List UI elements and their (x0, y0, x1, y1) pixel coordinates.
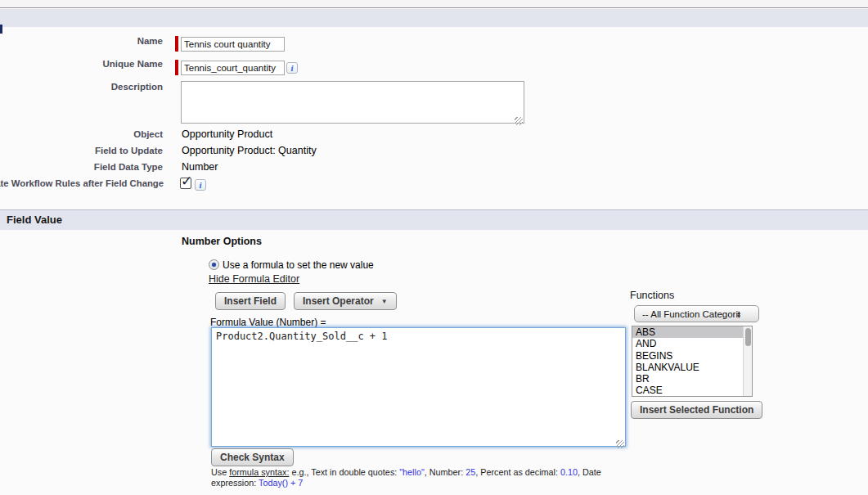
help-t3: , Percent as decimal: (475, 467, 560, 477)
checkbox-checkmark-icon: ✓ (181, 173, 192, 190)
hide-formula-editor-link[interactable]: Hide Formula Editor (209, 273, 299, 285)
functions-panel-title: Functions (630, 290, 674, 301)
check-syntax-button[interactable]: Check Syntax (211, 448, 294, 466)
field-data-type-value: Number (182, 161, 218, 173)
listbox-scrollbar[interactable] (743, 326, 752, 396)
insert-selected-function-button[interactable]: Insert Selected Function (631, 401, 762, 419)
select-stepper-icon: ▲ ▼ (736, 310, 741, 318)
truncated-header-text-fragment (0, 25, 2, 34)
help-percent-example: 0.10 (560, 467, 578, 477)
unique-name-info-icon[interactable]: i (286, 62, 298, 74)
unique-name-required-bar (175, 60, 178, 75)
top-window-strip (0, 0, 868, 8)
help-hello-example: "hello" (399, 467, 424, 477)
help-t5: expression: (211, 478, 259, 488)
insert-field-button[interactable]: Insert Field (215, 292, 286, 310)
insert-operator-label: Insert Operator (303, 295, 374, 307)
unique-name-label: Unique Name (0, 59, 163, 69)
help-t2: , Number: (425, 467, 465, 477)
use-formula-radio[interactable] (209, 259, 219, 270)
functions-listbox[interactable]: ABSANDBEGINSBLANKVALUEBRCASE (632, 326, 753, 397)
formula-value-label: Formula Value (Number) = (210, 317, 326, 328)
number-options-heading: Number Options (182, 236, 262, 247)
formula-syntax-link[interactable]: formula syntax: (229, 467, 289, 477)
field-data-type-label: Field Data Type (0, 162, 163, 172)
help-t4: , Date (578, 467, 601, 477)
function-option-begins[interactable]: BEGINS (632, 350, 752, 362)
description-label: Description (0, 82, 163, 92)
unique-name-input[interactable] (181, 61, 285, 75)
radio-selected-dot (212, 263, 216, 267)
help-date-example: Today() + 7 (259, 478, 303, 488)
object-value: Opportunity Product (182, 128, 272, 140)
reevaluate-checkbox[interactable]: ✓ (180, 178, 191, 189)
name-label: Name (0, 36, 163, 46)
function-option-br[interactable]: BR (632, 373, 752, 385)
help-number-example: 25 (465, 467, 475, 477)
use-formula-radio-label: Use a formula to set the new value (223, 259, 374, 271)
function-option-case[interactable]: CASE (632, 385, 752, 396)
reevaluate-info-icon[interactable]: i (195, 179, 206, 191)
function-option-and[interactable]: AND (632, 338, 752, 349)
description-resize-grip[interactable] (515, 117, 523, 125)
formula-resize-grip[interactable] (616, 440, 624, 448)
chevron-down-icon: ▼ (381, 298, 388, 305)
field-to-update-label: Field to Update (0, 146, 163, 155)
help-pre: Use (211, 467, 229, 477)
object-label: Object (0, 129, 163, 139)
truncated-section-header-band (0, 9, 868, 27)
description-textarea[interactable] (181, 81, 524, 124)
description-field-wrap (181, 81, 524, 127)
formula-field-wrap: Product2.Quantity_Sold__c + 1 (211, 327, 626, 450)
reevaluate-workflow-label: ate Workflow Rules after Field Change (0, 178, 164, 188)
name-input[interactable] (181, 37, 285, 52)
listbox-scrollbar-thumb[interactable] (745, 328, 751, 346)
stepper-down-icon: ▼ (736, 314, 741, 318)
function-category-select[interactable]: -- All Function Categories -- ▲ ▼ (634, 305, 759, 322)
name-required-bar (175, 36, 178, 52)
field-to-update-value: Opportunity Product: Quantity (182, 145, 317, 156)
function-option-abs[interactable]: ABS (632, 326, 752, 338)
field-value-section-band (0, 209, 868, 230)
insert-operator-button[interactable]: Insert Operator▼ (294, 292, 397, 310)
field-value-section-title: Field Value (7, 214, 62, 226)
formula-help-text: Use formula syntax: e.g., Text in double… (211, 467, 602, 488)
function-category-selected-value: -- All Function Categories -- (635, 309, 740, 319)
function-option-blankvalue[interactable]: BLANKVALUE (632, 362, 752, 373)
formula-textarea[interactable]: Product2.Quantity_Sold__c + 1 (211, 327, 626, 447)
help-t1: e.g., Text in double quotes: (289, 467, 399, 477)
